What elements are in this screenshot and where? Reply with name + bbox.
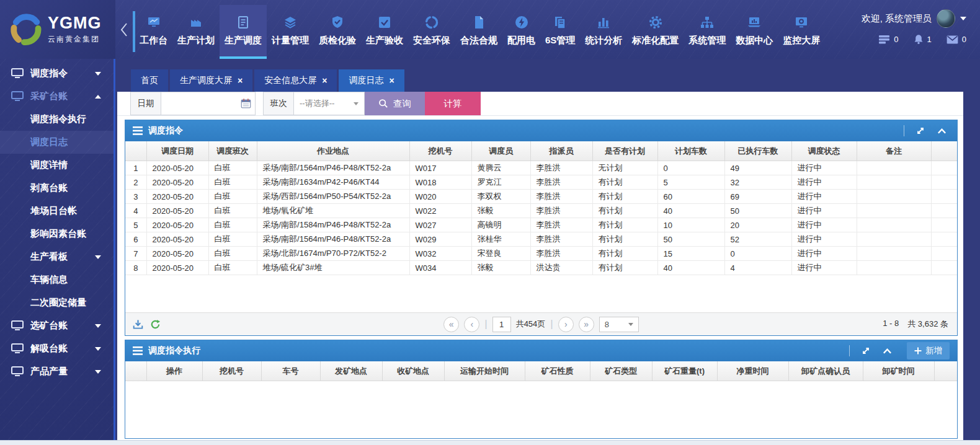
column-header: 矿石性质	[525, 361, 590, 381]
shift-select-value: --请选择--	[300, 98, 334, 109]
tab-safety-info-screen[interactable]: 安全信息大屏	[254, 69, 337, 92]
sidebar-group-desorption-ledger[interactable]: 解吸台账	[0, 337, 114, 360]
sidebar-item-dispatch-detail[interactable]: 调度详情	[0, 154, 114, 177]
prev-page-button[interactable]: ‹	[464, 317, 479, 332]
nav-item-safety-environment[interactable]: 安全环保	[408, 5, 455, 59]
table-header-row: 操作 挖机号 车号 发矿地点 收矿地点 运输开始时间 矿石性质 矿石类型 矿石重…	[125, 361, 957, 381]
nav-item-quality-inspection[interactable]: 质检化验	[314, 5, 361, 59]
table-row[interactable]: 82020-05-20白班堆场/硫化矿3#堆W034张毅洪达贵有计划404进行中	[125, 261, 957, 275]
column-header	[934, 361, 957, 381]
sidebar-group-mining-ledger[interactable]: 采矿台账	[0, 85, 114, 108]
tab-production-dispatch-screen[interactable]: 生产调度大屏	[170, 69, 252, 92]
table-row[interactable]: 12020-05-20白班采场/南部/1564m/P46-P48/KT52-2a…	[125, 161, 957, 175]
sidebar-item-impact-factor-ledger[interactable]: 影响因素台账	[0, 222, 114, 245]
sidebar-group-product-output[interactable]: 产品产量	[0, 360, 114, 383]
chevron-down-icon	[628, 323, 633, 326]
table-row[interactable]: 62020-05-20白班采场/南部/1564m/P46-P48/KT52-2a…	[125, 232, 957, 247]
sidebar-item-label: 调度日志	[30, 136, 68, 148]
chevron-down-icon	[95, 347, 101, 351]
nav-item-statistics[interactable]: 统计分析	[580, 5, 627, 59]
nav-label: 工作台	[140, 35, 167, 46]
nav-item-data-center[interactable]: 数据中心	[731, 5, 778, 59]
bottom-strip	[0, 440, 980, 445]
nav-item-monitor-screen[interactable]: 监控大屏	[778, 5, 825, 59]
table-row[interactable]: 32020-05-20白班采场/西部/1564m/P50-P54/KT52-2a…	[125, 190, 957, 204]
close-icon[interactable]	[322, 76, 327, 85]
task-badge[interactable]: 0	[878, 35, 898, 44]
chevron-down-icon	[95, 324, 101, 328]
download-icon[interactable]	[133, 319, 143, 330]
nav-label: 配用电	[507, 35, 535, 46]
sidebar-item-yard-daily-ledger[interactable]: 堆场日台帐	[0, 200, 114, 222]
date-input[interactable]	[161, 92, 256, 115]
search-button[interactable]: 查询	[365, 92, 425, 115]
sidebar-item-secondary-delineated-reserves[interactable]: 二次圈定储量	[0, 291, 114, 314]
nav-label: 统计分析	[585, 35, 622, 46]
current-page-input[interactable]: 1	[492, 317, 511, 332]
table-row[interactable]: 42020-05-20白班堆场/氧化矿堆W022张毅李胜洪有计划4050进行中	[125, 204, 957, 218]
sidebar-item-stripping-ledger[interactable]: 剥离台账	[0, 177, 114, 200]
sidebar-group-dispatch-command[interactable]: 调度指令	[0, 62, 114, 85]
column-header: 净重时间	[717, 361, 788, 381]
collapse-panel-icon[interactable]	[934, 128, 950, 134]
tab-label: 调度日志	[349, 75, 383, 86]
chevron-down-icon	[95, 255, 101, 259]
nav-item-production-plan[interactable]: 生产计划	[172, 5, 220, 59]
check-square-icon	[377, 13, 392, 32]
table-row[interactable]: 52020-05-20白班采场/南部/1584m/P46-P48/KT52-2a…	[125, 218, 957, 232]
divider: |	[550, 318, 553, 330]
recycle-icon	[424, 13, 439, 32]
table-toolbar: « ‹ | 1 共454页 | › » 8 1 - 8	[125, 312, 957, 335]
alert-badge[interactable]: 1	[914, 34, 932, 45]
calculate-button[interactable]: 计算	[425, 92, 481, 115]
nav-item-standard-config[interactable]: 标准化配置	[627, 5, 684, 59]
collapse-panel-icon[interactable]	[880, 348, 895, 355]
nav-item-system-management[interactable]: 系统管理	[684, 5, 731, 59]
nav-item-production-acceptance[interactable]: 生产验收	[361, 5, 408, 59]
message-badge[interactable]: 0	[947, 35, 966, 44]
close-icon[interactable]	[389, 76, 394, 85]
page-size-select[interactable]: 8	[599, 317, 639, 332]
tab-dispatch-log[interactable]: 调度日志	[339, 69, 404, 92]
close-icon[interactable]	[238, 76, 243, 85]
sidebar-group-production-board[interactable]: 生产看板	[0, 245, 114, 268]
tab-home[interactable]: 首页	[131, 69, 168, 92]
nav-label: 生产调度	[225, 35, 262, 46]
column-header: 调度状态	[791, 141, 857, 161]
user-avatar[interactable]	[937, 9, 955, 28]
filter-bar: 日期 班次 --请选择-- 查询 计算	[117, 92, 963, 116]
user-menu-caret-icon[interactable]	[960, 17, 966, 20]
panel-title: 调度指令	[148, 125, 183, 136]
dispatch-doc-icon	[236, 13, 251, 32]
nav-item-metering[interactable]: 计量管理	[267, 5, 314, 59]
sidebar-item-label: 二次圈定储量	[30, 297, 86, 309]
sidebar-item-dispatch-command-exec[interactable]: 调度指令执行	[0, 108, 114, 131]
user-area: 欢迎, 系统管理员 0 1 0	[862, 9, 966, 45]
total-pages-label: 共454页	[516, 319, 546, 330]
tab-label: 首页	[141, 75, 158, 86]
welcome-text: 欢迎, 系统管理员	[862, 13, 932, 25]
add-button[interactable]: 新增	[907, 342, 950, 359]
last-page-button[interactable]: »	[579, 317, 594, 332]
sidebar-collapse-toggle[interactable]	[115, 0, 133, 59]
monitor-icon	[11, 366, 24, 377]
table-row[interactable]: 72020-05-20白班采场/北部/1674m/P70-P72/KT52-2W…	[125, 247, 957, 261]
expand-icon[interactable]	[912, 126, 929, 136]
nav-item-compliance[interactable]: 合法合规	[455, 5, 502, 59]
calculate-button-label: 计算	[444, 98, 462, 110]
first-page-button[interactable]: «	[443, 317, 459, 332]
app-root: YGMG 云南黄金集团 工作台 生产计划 生产调度	[0, 0, 980, 445]
next-page-button[interactable]: ›	[558, 317, 574, 332]
nav-item-6s-management[interactable]: 6S管理	[540, 5, 580, 59]
sidebar-item-vehicle-info[interactable]: 车辆信息	[0, 268, 114, 291]
nav-item-power-distribution[interactable]: 配用电	[502, 5, 540, 59]
table-row[interactable]: 22020-05-20白班采场/南部/1634m/P42-P46/KT44W01…	[125, 175, 957, 190]
shift-select[interactable]: --请选择--	[294, 92, 365, 115]
expand-icon[interactable]	[858, 346, 874, 356]
nav-item-production-dispatch[interactable]: 生产调度	[220, 5, 267, 59]
sidebar-item-dispatch-log[interactable]: 调度日志	[0, 131, 114, 154]
nav-item-workbench[interactable]: 工作台	[135, 5, 172, 59]
refresh-icon[interactable]	[150, 319, 161, 330]
sidebar-group-beneficiation-ledger[interactable]: 选矿台账	[0, 314, 114, 337]
plus-icon	[914, 347, 922, 355]
